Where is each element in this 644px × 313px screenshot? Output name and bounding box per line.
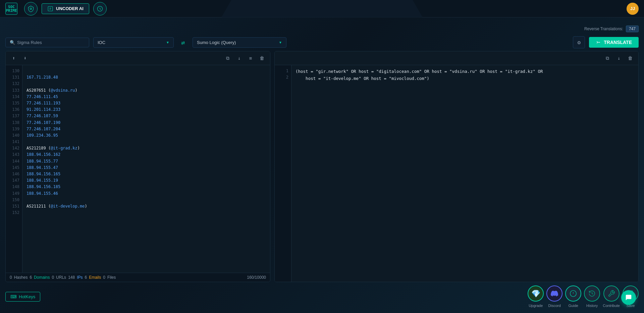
files-count: 0 (103, 275, 105, 280)
top-nav: SOC PRIME UNCODER AI JJ (0, 0, 644, 17)
upload-button[interactable]: ⬆ (9, 53, 18, 63)
sumo-dropdown[interactable]: Sumo Logic (Query) ▼ (193, 37, 286, 48)
right-line2: host = "it-develop.me" OR host = "mivocl… (296, 76, 429, 81)
swap-button[interactable]: ⇄ (178, 37, 189, 48)
filter-left-button[interactable]: ≡ (246, 53, 255, 63)
ioc-dropdown[interactable]: IOC ▼ (93, 37, 174, 48)
right-code-area: (host = "gir.network" OR host = "digital… (291, 65, 638, 282)
sumo-label: Sumo Logic (Query) (197, 40, 236, 45)
search-box[interactable]: 🔍 Sigma Rules (5, 38, 89, 47)
discord-action[interactable]: Discord (546, 285, 562, 308)
upgrade-label: Upgrade (529, 304, 543, 308)
logo-text-soc: SOC (8, 5, 15, 9)
translate-button[interactable]: TRANSLATE (589, 37, 639, 48)
right-line-numbers: 1 2 (275, 65, 291, 282)
emails-label: Emails (89, 275, 101, 280)
hotkeys-label: HotKeys (19, 294, 35, 299)
search-placeholder: Sigma Rules (17, 40, 42, 45)
guide-label: Guide (569, 304, 578, 308)
active-tab[interactable]: UNCODER AI (42, 3, 89, 14)
copy-right-button[interactable]: ⧉ (603, 53, 612, 63)
copy-left-button[interactable]: ⧉ (223, 53, 232, 63)
guide-action[interactable]: Guide (565, 285, 581, 308)
svg-point-0 (30, 8, 32, 9)
history-label: History (586, 304, 598, 308)
download-right-button[interactable]: ↓ (614, 53, 624, 63)
search-icon: 🔍 (10, 40, 15, 45)
logo: SOC PRIME (5, 3, 17, 15)
sumo-arrow-icon: ▼ (279, 41, 282, 44)
clear-left-button[interactable]: 🗑 (257, 53, 267, 63)
reverse-translations-count: 747 (626, 26, 639, 32)
import-button[interactable]: ⬇ (20, 53, 30, 63)
ips-label: IPs (77, 275, 83, 280)
reverse-translations-badge: Reverse Translations: 747 (584, 26, 639, 32)
hashes-label: Hashes (14, 275, 28, 280)
history-action[interactable]: History (584, 285, 600, 308)
settings-button[interactable]: ⚙ (573, 36, 585, 48)
domains-label: Domains (34, 275, 50, 280)
nav-decoration (221, 0, 423, 17)
toolbar-row: 🔍 Sigma Rules IOC ▼ ⇄ Sumo Logic (Query)… (5, 36, 639, 48)
upgrade-icon: 💎 (528, 285, 544, 302)
logo-box: SOC PRIME (5, 3, 17, 15)
reverse-translations-row: Reverse Translations: 747 (5, 26, 639, 32)
translate-label: TRANSLATE (604, 40, 632, 45)
contribute-icon (603, 285, 620, 302)
char-count: 160/10000 (247, 275, 266, 280)
line-numbers: 130 131 132 133 134 135 136 137 138 139 … (6, 65, 22, 273)
main-area: Reverse Translations: 747 🔍 Sigma Rules … (0, 17, 644, 313)
left-editor-panel: ⬆ ⬇ ⧉ ↓ ≡ 🗑 130 131 132 133 134 135 136 … (5, 51, 270, 282)
guide-icon (565, 285, 581, 302)
left-code-area[interactable]: 167.71.218.48 AS207651 (@vdsina.ru) 77.2… (22, 65, 270, 273)
right-editor-content: 1 2 (host = "gir.network" OR host = "dig… (275, 65, 638, 282)
bottom-bar: ⌨ HotKeys 💎 Upgrade Discord (5, 282, 639, 308)
clear-right-button[interactable]: 🗑 (626, 53, 635, 63)
emails-count: 6 (85, 275, 87, 280)
nav-icon-third[interactable] (93, 2, 107, 15)
right-line1: (host = "gir.network" OR host = "digital… (296, 69, 543, 74)
logo-text-prime: PRIME (6, 9, 17, 12)
user-avatar[interactable]: JJ (627, 3, 639, 15)
urls-label: URLs (56, 275, 66, 280)
ioc-arrow-icon: ▼ (166, 41, 169, 44)
left-editor-toolbar: ⬆ ⬇ ⧉ ↓ ≡ 🗑 (6, 51, 270, 65)
chat-bubble[interactable] (621, 290, 636, 305)
discord-label: Discord (548, 304, 561, 308)
hotkeys-icon: ⌨ (10, 294, 17, 299)
hashes-count: 0 (10, 275, 12, 280)
contribute-action[interactable]: Contribute (603, 285, 620, 308)
left-editor-content[interactable]: 130 131 132 133 134 135 136 137 138 139 … (6, 65, 270, 273)
domains-count: 6 (30, 275, 32, 280)
discord-icon (546, 285, 562, 302)
status-bar: 0 Hashes 6 Domains 0 URLs 148 IPs 6 Emai… (6, 273, 270, 282)
right-editor-panel: ⧉ ↓ 🗑 1 2 (host = "gir.network" OR host … (274, 51, 639, 282)
contribute-label: Contribute (603, 304, 620, 308)
editors-row: ⬆ ⬇ ⧉ ↓ ≡ 🗑 130 131 132 133 134 135 136 … (5, 51, 639, 282)
ips-count: 148 (68, 275, 75, 280)
upgrade-action[interactable]: 💎 Upgrade (528, 285, 544, 308)
right-editor-toolbar: ⧉ ↓ 🗑 (275, 51, 638, 65)
download-left-button[interactable]: ↓ (234, 53, 244, 63)
history-icon (584, 285, 600, 302)
files-label: Files (107, 275, 116, 280)
urls-count: 0 (52, 275, 54, 280)
reverse-translations-label: Reverse Translations: (584, 27, 623, 31)
active-tab-label: UNCODER AI (56, 6, 84, 11)
nav-icon-shield[interactable] (24, 2, 38, 15)
hotkeys-button[interactable]: ⌨ HotKeys (5, 292, 40, 302)
ioc-label: IOC (98, 40, 105, 45)
